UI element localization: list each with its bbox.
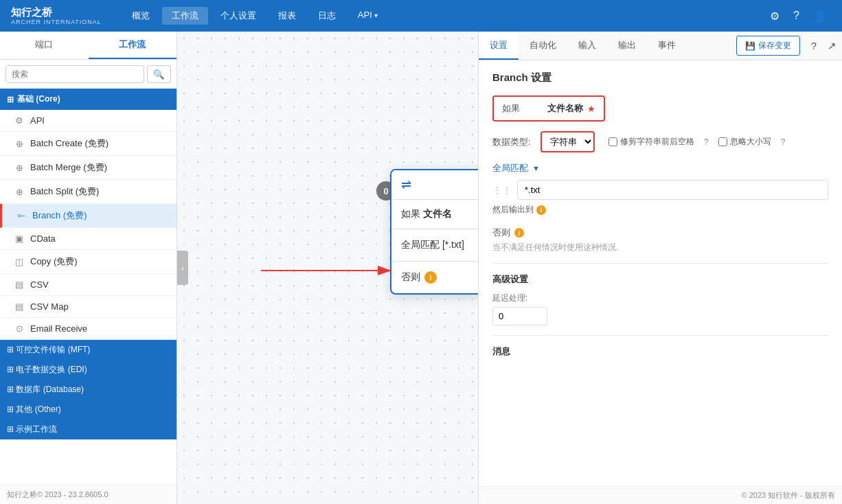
config-tab-input[interactable]: 输入 xyxy=(567,32,607,60)
csv-label: CSV xyxy=(30,279,49,290)
match-input-row: ⋮⋮ xyxy=(492,180,828,200)
sidebar-item-batch-create[interactable]: ⊕ Batch Create (免费) xyxy=(0,132,177,156)
data-type-select[interactable]: 字符串 数字 日期 xyxy=(541,131,595,152)
config-tab-events[interactable]: 事件 xyxy=(647,32,687,60)
user-icon[interactable]: 👤 xyxy=(809,7,831,25)
match-section: 全局匹配 ▼ ⋮⋮ 然后输出到 i xyxy=(492,162,828,216)
logo-sub: ARCHER INTERNATIONAL xyxy=(11,19,102,25)
node-card: ⇌ Branch2 ⚙ 如果 文件名 全局匹配 [*.txt] i xyxy=(390,169,478,295)
settings-icon[interactable]: ⚙ xyxy=(766,7,784,25)
csv-map-label: CSV Map xyxy=(30,301,69,312)
logo-text: 知行之桥 xyxy=(11,6,102,19)
category-demo[interactable]: ⊞ 示例工作流 xyxy=(0,420,177,439)
nav-link-workflow[interactable]: 工作流 xyxy=(162,7,208,25)
footer-text: 知行之桥© 2023 - 23.2.8605.0 xyxy=(7,490,109,499)
match-dropdown-icon[interactable]: ▼ xyxy=(532,164,540,172)
delay-input[interactable] xyxy=(492,307,547,325)
ignore-case-checkbox[interactable] xyxy=(718,137,727,146)
search-input[interactable] xyxy=(5,65,144,83)
config-tab-settings[interactable]: 设置 xyxy=(479,32,519,60)
sidebar-item-email-receive[interactable]: ⊙ Email Receive xyxy=(0,318,177,340)
sidebar-item-batch-merge[interactable]: ⊕ Batch Merge (免费) xyxy=(0,156,177,180)
node-icon: ⇌ xyxy=(401,177,411,192)
match-text-input[interactable] xyxy=(517,180,828,200)
else-info-btn[interactable]: i xyxy=(424,271,437,284)
if-field-box: 如果 文件名称 ★ xyxy=(492,95,605,122)
category-other[interactable]: ⊞ 其他 (Other) xyxy=(0,400,177,420)
sidebar-item-batch-split[interactable]: ⊕ Batch Split (免费) xyxy=(0,180,177,204)
trim-checkbox-label[interactable]: 修剪字符串前后空格 xyxy=(608,136,694,148)
left-footer: 知行之桥© 2023 - 23.2.8605.0 xyxy=(0,485,177,504)
nav-link-report[interactable]: 报表 xyxy=(269,7,306,25)
advanced-title: 高级设置 xyxy=(492,273,828,286)
drag-handle-icon[interactable]: ⋮⋮ xyxy=(492,185,512,196)
collapse-button[interactable]: ‹ xyxy=(177,251,188,285)
nav-icons: ⚙ ? 👤 xyxy=(766,7,831,25)
delay-label: 延迟处理: xyxy=(492,293,828,304)
config-tab-automation[interactable]: 自动化 xyxy=(519,32,567,60)
batch-split-icon: ⊕ xyxy=(14,187,25,197)
cdata-label: CData xyxy=(30,233,56,244)
match-label[interactable]: 全局匹配 xyxy=(492,162,528,174)
api-label: API xyxy=(30,115,45,126)
then-info-icon[interactable]: i xyxy=(536,205,546,215)
category-db[interactable]: ⊞ 数据库 (Database) xyxy=(0,380,177,400)
group-label: 基础 (Core) xyxy=(17,93,60,105)
ignore-case-help-icon[interactable]: ? xyxy=(781,137,786,147)
config-tab-output[interactable]: 输出 xyxy=(607,32,647,60)
config-tabs: 设置 自动化 输入 输出 事件 💾 保存变更 ? ↗ xyxy=(479,32,842,60)
csv-icon: ▤ xyxy=(14,279,25,290)
search-button[interactable]: 🔍 xyxy=(147,65,171,83)
main-layout: 端口 工作流 🔍 ⊞ 基础 (Core) ⚙ API ⊕ Batch Creat… xyxy=(0,32,842,504)
sidebar-tabs: 端口 工作流 xyxy=(0,32,177,60)
email-icon: ⊙ xyxy=(14,323,25,334)
category-edi[interactable]: ⊞ 电子数据交换 (EDI) xyxy=(0,360,177,380)
branch-label: Branch (免费) xyxy=(32,209,87,222)
sidebar-item-copy[interactable]: ◫ Copy (免费) xyxy=(0,250,177,274)
tab-workflow[interactable]: 工作流 xyxy=(89,32,177,59)
help-icon[interactable]: ? xyxy=(789,7,804,25)
else-desc: 当不满足任何情况时使用这种情况. xyxy=(492,242,828,253)
if-label: 如果 xyxy=(502,102,543,115)
then-label: 然后输出到 i xyxy=(492,204,828,216)
nav-links: 概览 工作流 个人设置 报表 日志 API xyxy=(122,7,766,25)
sidebar-item-branch[interactable]: ⟜ Branch (免费) xyxy=(0,204,177,228)
config-expand-icon[interactable]: ↗ xyxy=(822,36,842,56)
logo: 知行之桥 ARCHER INTERNATIONAL xyxy=(11,6,102,25)
node-else-section: 否则 i i › xyxy=(391,262,478,293)
delay-field-group: 延迟处理: xyxy=(492,293,828,325)
branch-icon: ⟜ xyxy=(16,210,27,221)
category-mft[interactable]: ⊞ 可控文件传输 (MFT) xyxy=(0,340,177,360)
right-panel: ‹ 0 xyxy=(177,32,842,504)
email-label: Email Receive xyxy=(30,323,87,334)
config-help-icon[interactable]: ? xyxy=(806,36,822,56)
tab-port[interactable]: 端口 xyxy=(0,32,89,59)
nav-link-personal[interactable]: 个人设置 xyxy=(211,7,266,25)
nav-link-api[interactable]: API xyxy=(348,7,387,25)
canvas-area[interactable]: ‹ 0 xyxy=(177,32,478,504)
left-sidebar: 端口 工作流 🔍 ⊞ 基础 (Core) ⚙ API ⊕ Batch Creat… xyxy=(0,32,177,504)
else-info-icon[interactable]: i xyxy=(514,228,524,238)
config-body: Branch 设置 如果 文件名称 ★ 数据类型: 字符串 数字 日期 xyxy=(479,60,842,486)
batch-create-icon: ⊕ xyxy=(14,139,25,149)
nav-link-log[interactable]: 日志 xyxy=(308,7,345,25)
batch-create-label: Batch Create (免费) xyxy=(30,137,109,150)
field-name: 文件名称 xyxy=(547,102,583,115)
sidebar-item-csv[interactable]: ▤ CSV xyxy=(0,274,177,296)
sidebar-item-cdata[interactable]: ▣ CData xyxy=(0,228,177,250)
trim-checkbox[interactable] xyxy=(608,137,617,146)
right-footer: © 2023 知行软件 - 版权所有 xyxy=(479,486,842,504)
ignore-case-checkbox-label[interactable]: 忽略大小写 xyxy=(718,136,771,148)
save-button[interactable]: 💾 保存变更 xyxy=(736,36,800,56)
api-icon: ⚙ xyxy=(14,115,25,126)
csv-map-icon: ▤ xyxy=(14,301,25,312)
trim-help-icon[interactable]: ? xyxy=(704,137,709,147)
sidebar-item-csv-map[interactable]: ▤ CSV Map xyxy=(0,296,177,318)
sidebar-item-api[interactable]: ⚙ API xyxy=(0,110,177,132)
group-core: ⊞ 基础 (Core) xyxy=(0,89,177,110)
top-nav: 知行之桥 ARCHER INTERNATIONAL 概览 工作流 个人设置 报表… xyxy=(0,0,842,32)
nav-link-overview[interactable]: 概览 xyxy=(122,7,159,25)
node-header: ⇌ Branch2 ⚙ xyxy=(391,170,478,200)
required-star: ★ xyxy=(587,104,595,114)
batch-merge-icon: ⊕ xyxy=(14,163,25,173)
